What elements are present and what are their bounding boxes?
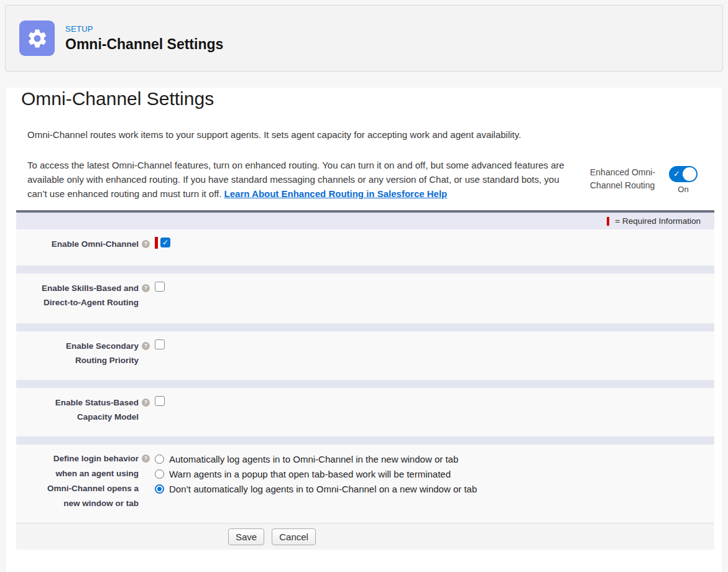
row-divider (16, 323, 714, 331)
help-icon[interactable]: ? (142, 240, 150, 248)
enhanced-routing-toggle[interactable]: ✓ (669, 166, 698, 182)
enhanced-routing-description: To access the latest Omni-Channel featur… (27, 158, 579, 201)
setup-header-title: Omni-Channel Settings (65, 36, 223, 53)
skills-based-routing-checkbox[interactable] (155, 282, 165, 292)
radio-option-warn-agents[interactable]: Warn agents in a popup that open tab-bas… (155, 466, 477, 481)
row-login-behavior: Define login behavior when an agent usin… (16, 445, 714, 523)
radio-icon[interactable] (155, 469, 164, 479)
setup-eyebrow: SETUP (65, 24, 223, 34)
enhanced-routing-help-link[interactable]: Learn About Enhanced Routing in Salesfor… (224, 188, 448, 199)
status-based-capacity-checkbox[interactable] (155, 396, 165, 406)
row-skills-based-routing: Enable Skills-Based and Direct-to-Agent … (16, 274, 714, 323)
enhanced-routing-toggle-group: Enhanced Omni- Channel Routing ✓ On (590, 158, 698, 194)
settings-form: = Required Information Enable Omni-Chann… (16, 210, 714, 550)
help-icon[interactable]: ? (142, 342, 150, 350)
field-label: Enable Status-Based Capacity Model ? (16, 395, 139, 436)
toggle-knob (683, 167, 696, 181)
field-label: Enable Skills-Based and Direct-to-Agent … (16, 281, 139, 323)
toggle-state-label: On (678, 185, 688, 194)
row-divider (16, 436, 714, 445)
page-title: Omni-Channel Settings (21, 88, 722, 110)
form-footer: Save Cancel (16, 523, 714, 550)
enable-omni-channel-checkbox[interactable]: ✓ (160, 238, 170, 247)
row-divider (16, 380, 714, 388)
help-icon[interactable]: ? (142, 399, 150, 407)
help-icon[interactable]: ? (142, 454, 150, 463)
help-icon[interactable]: ? (142, 284, 150, 292)
row-secondary-routing-priority: Enable Secondary Routing Priority ? (16, 331, 714, 380)
row-enable-omni-channel: Enable Omni-Channel ? ✓ (16, 229, 714, 265)
required-info-legend: = Required Information (16, 213, 714, 229)
required-marker-icon (607, 217, 609, 226)
field-label: Enable Omni-Channel ? (16, 237, 139, 265)
radio-icon[interactable] (155, 454, 164, 464)
radio-option-dont-auto-login[interactable]: Don’t automatically log agents in to Omn… (155, 481, 477, 496)
radio-icon-selected[interactable] (155, 484, 164, 494)
field-label: Define login behavior when an agent usin… (16, 451, 139, 523)
radio-option-auto-login[interactable]: Automatically log agents in to Omni-Chan… (155, 451, 477, 466)
secondary-routing-priority-checkbox[interactable] (155, 339, 165, 349)
setup-header-card: SETUP Omni-Channel Settings (5, 5, 723, 72)
intro-text: Omni-Channel routes work items to your s… (27, 128, 701, 142)
cancel-button[interactable]: Cancel (272, 528, 316, 545)
row-status-based-capacity: Enable Status-Based Capacity Model ? (16, 388, 714, 436)
main-content-panel: Omni-Channel Settings Omni-Channel route… (5, 88, 723, 572)
row-divider (16, 265, 714, 274)
enhanced-routing-section: To access the latest Omni-Channel featur… (6, 158, 722, 201)
enhanced-routing-toggle-label: Enhanced Omni- Channel Routing (590, 166, 660, 192)
required-info-text: = Required Information (615, 216, 701, 226)
save-button[interactable]: Save (228, 528, 264, 545)
login-behavior-radio-group: Automatically log agents in to Omni-Chan… (155, 451, 477, 496)
gear-icon (19, 21, 55, 56)
field-label: Enable Secondary Routing Priority ? (16, 339, 139, 380)
toggle-check-icon: ✓ (673, 169, 680, 179)
required-bar-icon (155, 237, 158, 249)
